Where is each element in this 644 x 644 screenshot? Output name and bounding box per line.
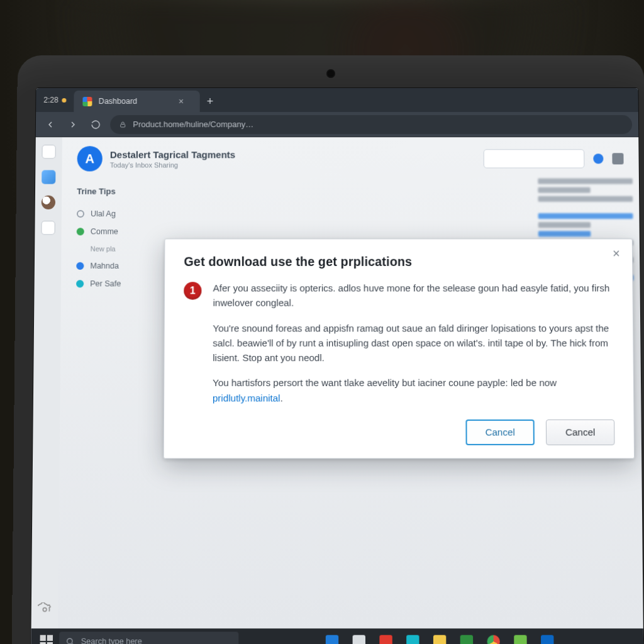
notifications-icon[interactable] — [593, 153, 603, 164]
rail-item-icon[interactable] — [41, 221, 55, 235]
forward-button[interactable] — [65, 116, 81, 133]
page-header: A Destalert Tagrical Tagments Today's In… — [77, 146, 624, 171]
profile-avatar-icon[interactable] — [42, 196, 55, 209]
browser-tab[interactable]: Dashboard × — [74, 91, 200, 112]
taskbar-app-icon[interactable] — [510, 632, 531, 644]
taskbar-app-icon[interactable] — [402, 632, 423, 644]
page-subtitle: Today's Inbox Sharing — [110, 161, 235, 169]
address-text: Product.home/huline/Company… — [133, 119, 253, 129]
arrow-right-icon — [68, 119, 78, 130]
header-avatar-letter: A — [85, 152, 94, 166]
system-clock: 2:28 — [36, 88, 74, 112]
svg-rect-0 — [121, 124, 125, 127]
reload-button[interactable] — [87, 116, 104, 133]
taskbar-app-icon[interactable] — [537, 632, 558, 644]
dialog-primary-button[interactable]: Cancel — [465, 419, 535, 445]
warning-badge-number: 1 — [190, 283, 196, 299]
header-avatar[interactable]: A — [77, 146, 103, 171]
left-rail — [31, 137, 62, 628]
page-search-input[interactable] — [484, 149, 585, 168]
dialog-paragraph: Afer you asseciity is opterics. adlos hu… — [213, 280, 614, 310]
page-viewport: A Destalert Tagrical Tagments Today's In… — [31, 137, 643, 628]
clock-indicator-icon — [62, 98, 67, 103]
warning-badge-icon: 1 — [184, 282, 201, 299]
taskbar-app-icon[interactable] — [349, 632, 370, 644]
taskbar-search-input[interactable]: Search type here — [59, 632, 238, 644]
dialog-secondary-button[interactable]: Cancel — [546, 419, 615, 445]
dialog-button-row: Cancel Cancel — [183, 419, 614, 445]
lock-icon — [119, 121, 126, 128]
settings-icon[interactable] — [38, 602, 52, 617]
reload-icon — [91, 119, 101, 130]
taskbar-pinned-apps — [242, 632, 637, 644]
app-store-icon[interactable] — [42, 145, 56, 158]
svg-point-2 — [67, 638, 72, 643]
dialog-title: Get download use the get prplications — [184, 255, 613, 269]
new-tab-button[interactable]: + — [200, 91, 220, 112]
dialog-paragraph: You hartisfors persort the want tlake ae… — [213, 375, 614, 405]
dialog-link[interactable]: pridlutly.mainital — [213, 392, 280, 403]
clock-text: 2:28 — [43, 96, 58, 104]
svg-point-1 — [43, 608, 47, 611]
start-button[interactable] — [37, 633, 55, 644]
taskbar-app-icon[interactable] — [375, 632, 396, 644]
browser-tabstrip: 2:28 Dashboard × + — [36, 88, 638, 112]
page-title: Destalert Tagrical Tagments — [110, 149, 235, 160]
taskbar: Search type here — [31, 628, 643, 644]
dialog-close-button[interactable]: × — [609, 247, 623, 261]
dialog-body-text: Afer you asseciity is opterics. adlos hu… — [213, 280, 614, 415]
taskbar-app-icon[interactable] — [430, 632, 450, 644]
apps-grid-icon[interactable] — [612, 153, 623, 164]
back-button[interactable] — [42, 116, 58, 133]
tab-title: Dashboard — [99, 97, 137, 106]
taskbar-search-placeholder: Search type here — [81, 637, 142, 644]
browser-toolbar: Product.home/huline/Company… — [36, 112, 638, 137]
gallery-icon[interactable] — [42, 170, 55, 184]
taskbar-app-icon[interactable] — [457, 632, 477, 644]
tab-favicon-icon — [83, 97, 92, 106]
taskbar-chrome-icon[interactable] — [483, 632, 504, 644]
arrow-left-icon — [45, 119, 55, 130]
download-dialog: × Get download use the get prplications … — [164, 238, 635, 458]
dialog-paragraph: You're snound foreas and appisfn ramag o… — [213, 321, 614, 365]
address-bar[interactable]: Product.home/huline/Company… — [110, 115, 632, 134]
search-icon — [65, 637, 74, 644]
taskbar-app-icon[interactable] — [322, 632, 343, 644]
tab-close-icon[interactable]: × — [179, 96, 184, 106]
